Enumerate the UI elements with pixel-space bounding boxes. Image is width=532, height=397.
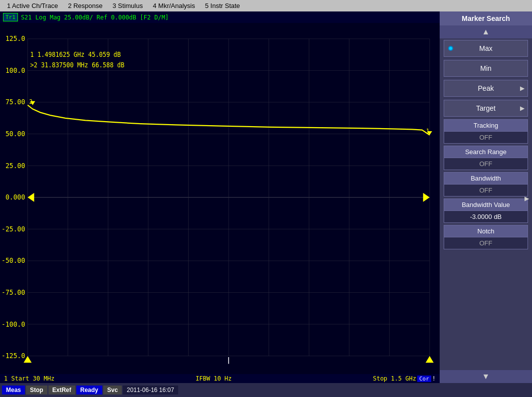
sidebar-group-tracking[interactable]: Tracking OFF	[444, 119, 528, 144]
chart-header: Tr1 S21 Log Mag 25.00dB/ Ref 0.000dB [F2…	[0, 11, 440, 23]
notch-value: OFF	[444, 237, 528, 249]
search-range-arrow-icon: ▶	[525, 195, 529, 202]
sidebar-btn-peak-label: Peak	[478, 84, 494, 92]
radio-max-icon	[448, 46, 453, 51]
chart-ifbw: IFBW 10 Hz	[196, 375, 232, 382]
sidebar-scroll-up[interactable]: ▲	[440, 25, 532, 38]
sidebar-btn-target[interactable]: Target ▶	[444, 100, 528, 117]
sidebar-btn-max[interactable]: Max	[444, 40, 528, 57]
search-range-label: Search Range	[444, 146, 528, 158]
menu-active-ch[interactable]: 1 Active Ch/Trace	[2, 1, 63, 10]
sidebar: Marker Search ▲ Max Min Peak ▶ Target ▶ …	[440, 11, 532, 383]
sidebar-title: Marker Search	[440, 11, 532, 25]
tracking-value: OFF	[444, 131, 528, 143]
notch-label: Notch	[444, 225, 528, 237]
peak-arrow-icon: ▶	[520, 85, 525, 92]
svg-text:0.000: 0.000	[5, 193, 25, 201]
menu-bar: 1 Active Ch/Trace 2 Response 3 Stimulus …	[0, 0, 532, 11]
status-stop: Stop	[26, 386, 47, 395]
status-svc: Svc	[103, 386, 122, 395]
target-arrow-icon: ▶	[520, 105, 525, 112]
tracking-label: Tracking	[444, 120, 528, 131]
sidebar-btn-min-label: Min	[480, 64, 492, 72]
menu-stimulus[interactable]: 3 Stimulus	[108, 1, 148, 10]
svg-text:125.0: 125.0	[5, 34, 25, 43]
svg-rect-0	[0, 23, 440, 374]
menu-response[interactable]: 2 Response	[63, 1, 107, 10]
sidebar-btn-max-label: Max	[479, 44, 492, 52]
svg-text:25.00: 25.00	[5, 161, 25, 170]
svg-text:-75.00: -75.00	[1, 288, 25, 296]
svg-text:>2  31.837500 MHz   66.588 dB: >2 31.837500 MHz 66.588 dB	[30, 61, 124, 69]
sidebar-btn-target-label: Target	[476, 104, 496, 112]
svg-text:-25.00: -25.00	[1, 224, 25, 233]
sidebar-btn-min[interactable]: Min	[444, 60, 528, 77]
chart-params: S21 Log Mag 25.00dB/ Ref 0.000dB [F2 D/M…	[21, 14, 169, 21]
status-extref: ExtRef	[48, 386, 75, 395]
chart-svg: 125.0 100.0 75.00 50.00 25.00 0.000 -25.…	[0, 23, 440, 374]
global-status-bar: Meas Stop ExtRef Ready Svc 2011-06-16 16…	[0, 383, 532, 397]
sidebar-group-search-range[interactable]: Search Range OFF ▶	[444, 146, 528, 170]
svg-text:50.00: 50.00	[5, 129, 25, 138]
menu-mkr-analysis[interactable]: 4 Mkr/Analysis	[148, 1, 200, 10]
sidebar-group-notch[interactable]: Notch OFF	[444, 225, 528, 249]
bandwidth-value: OFF	[444, 184, 528, 196]
bandwidth-value-label: Bandwidth Value	[444, 199, 528, 210]
svg-text:-50.00: -50.00	[1, 256, 25, 265]
main-content: Tr1 S21 Log Mag 25.00dB/ Ref 0.000dB [F2…	[0, 11, 532, 383]
trace-indicator: Tr1	[3, 13, 18, 21]
chart-status-bar: 1 Start 30 MHz IFBW 10 Hz Stop 1.5 GHz C…	[0, 374, 440, 383]
svg-text:100.0: 100.0	[5, 66, 25, 74]
chart-start: 1 Start 30 MHz	[4, 375, 54, 382]
svg-text:-125.0: -125.0	[1, 351, 25, 360]
sidebar-group-bandwidth[interactable]: Bandwidth OFF	[444, 172, 528, 197]
search-range-value: OFF	[444, 158, 528, 170]
chart-wrapper: 125.0 100.0 75.00 50.00 25.00 0.000 -25.…	[0, 23, 440, 374]
svg-text:1   1.4981625 GHz   45.059 dB: 1 1.4981625 GHz 45.059 dB	[30, 50, 121, 58]
status-ready: Ready	[76, 386, 102, 395]
svg-text:75.00: 75.00	[5, 98, 25, 106]
exclaim: !	[432, 375, 436, 382]
bandwidth-label: Bandwidth	[444, 173, 528, 184]
svg-text:-100.0: -100.0	[1, 320, 25, 328]
sidebar-group-bandwidth-value[interactable]: Bandwidth Value -3.0000 dB	[444, 198, 528, 223]
chart-stop-cor: Stop 1.5 GHz Cor !	[373, 375, 436, 382]
bandwidth-value-val: -3.0000 dB	[444, 210, 528, 222]
sidebar-btn-peak[interactable]: Peak ▶	[444, 80, 528, 97]
chart-area: Tr1 S21 Log Mag 25.00dB/ Ref 0.000dB [F2…	[0, 11, 440, 383]
status-meas: Meas	[2, 386, 25, 395]
chart-stop: Stop 1.5 GHz	[373, 375, 416, 382]
cor-label: Cor	[417, 376, 431, 382]
status-datetime: 2011-06-16 16:07	[123, 386, 178, 395]
sidebar-scroll-down[interactable]: ▼	[440, 370, 532, 383]
menu-instr-state[interactable]: 5 Instr State	[200, 1, 245, 10]
